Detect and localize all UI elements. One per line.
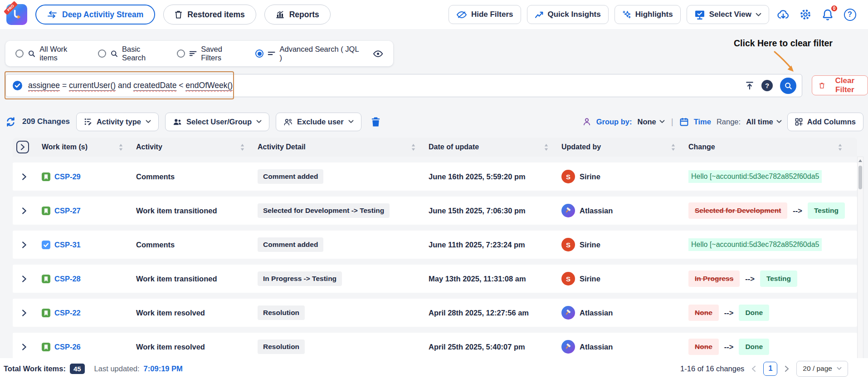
activity-type-dropdown[interactable]: Activity type <box>76 113 159 131</box>
mode-saved-filters[interactable]: Saved Filters <box>177 45 243 62</box>
cloud-download-button[interactable] <box>775 6 791 23</box>
change-to-badge: Done <box>739 339 769 355</box>
expand-all-cell <box>13 141 37 153</box>
mode-all-work-items[interactable]: All Work items <box>15 45 85 62</box>
change-cell: None-->Done <box>684 305 851 321</box>
preview-eye-icon[interactable] <box>373 50 383 58</box>
work-item-link[interactable]: CSP-26 <box>54 343 81 351</box>
column-header-work-item-s-[interactable]: Work item (s) <box>37 143 132 151</box>
quick-insights-button[interactable]: Quick Insights <box>527 5 609 24</box>
work-item-link[interactable]: CSP-28 <box>54 275 81 283</box>
table-body: 9CSP-29CommentsComment addedJune 16th 20… <box>13 157 857 359</box>
notifications-button[interactable]: 0 <box>819 6 836 23</box>
radio-unselected[interactable] <box>98 49 106 58</box>
page-number-button[interactable]: 1 <box>763 362 777 376</box>
expand-row-button[interactable]: 9 <box>20 342 29 352</box>
mode-advanced-search-jql[interactable]: Advanced Search ( JQL ) <box>255 45 360 62</box>
nav-reports[interactable]: Reports <box>264 5 331 25</box>
add-columns-button[interactable]: Add Columns <box>787 113 863 131</box>
help-button[interactable]: ? <box>842 6 858 23</box>
scrollbar-up-arrow-icon[interactable] <box>858 159 862 162</box>
change-count-badge: 18 <box>26 206 33 207</box>
delete-filters-trash-icon[interactable] <box>371 117 380 127</box>
trash-icon <box>175 10 182 19</box>
column-header-activity[interactable]: Activity <box>132 143 253 151</box>
activity-detail-badge: Resolution <box>258 340 305 354</box>
column-label: Date of update <box>429 143 479 151</box>
nav-deep-activity-stream[interactable]: Deep Activitiy Stream <box>35 5 155 25</box>
work-item-link[interactable]: CSP-22 <box>54 309 81 317</box>
work-item-link[interactable]: CSP-29 <box>54 172 81 181</box>
atlassian-avatar-icon <box>564 343 572 351</box>
nav-label: Deep Activitiy Stream <box>62 10 143 20</box>
work-item-link[interactable]: CSP-31 <box>54 241 81 249</box>
total-work-items-label: Total Work items: <box>4 364 66 373</box>
filter-lines-icon <box>189 50 197 57</box>
button-label: Quick Insights <box>548 10 601 19</box>
column-header-updated-by[interactable]: Updated by <box>557 143 684 151</box>
mode-basic-search[interactable]: Basic Search <box>98 45 164 62</box>
vertical-scrollbar[interactable] <box>857 157 863 359</box>
previous-page-button[interactable] <box>751 365 756 372</box>
avatar <box>561 306 575 320</box>
expand-all-button[interactable] <box>16 141 29 153</box>
line-chart-icon <box>535 10 544 19</box>
next-page-button[interactable] <box>785 365 789 372</box>
toolbar-left: 209 Changes Activity type Select User/Gr… <box>5 113 380 131</box>
refresh-icon[interactable] <box>5 117 16 127</box>
sort-icon[interactable] <box>671 143 676 151</box>
activity-detail-badge: In Progress -> Testing <box>258 271 342 286</box>
avatar: S <box>561 272 575 285</box>
nav-label: Restored items <box>187 10 244 20</box>
work-item-link[interactable]: CSP-27 <box>54 207 81 215</box>
activity-detail-badge: Comment added <box>258 169 323 184</box>
jql-input-bar[interactable]: assignee = currentUser() and createdDate… <box>5 74 802 97</box>
clear-filter-button[interactable]: Clear Filter <box>812 75 868 95</box>
scrollbar-thumb[interactable] <box>858 166 862 189</box>
jql-token: currentUser() <box>69 81 116 91</box>
select-user-group-dropdown[interactable]: Select User/Group <box>165 113 269 131</box>
settings-button[interactable] <box>797 6 814 23</box>
expand-row-button[interactable]: 12 <box>20 274 29 284</box>
select-view-button[interactable]: Select View <box>687 5 769 24</box>
sort-icon[interactable] <box>838 143 843 151</box>
highlights-button[interactable]: Highlights <box>614 5 681 24</box>
change-to-badge: Testing <box>760 271 797 287</box>
import-query-icon[interactable] <box>745 81 754 90</box>
chevron-down-icon <box>776 120 782 123</box>
table-row: 12CSP-28Work item transitionedIn Progres… <box>13 265 857 293</box>
sort-icon[interactable] <box>411 143 416 151</box>
radio-selected[interactable] <box>255 49 263 58</box>
group-by-value[interactable]: None <box>638 118 665 126</box>
jql-help-icon[interactable]: ? <box>761 80 773 91</box>
column-header-change[interactable]: Change <box>684 143 851 151</box>
change-comment-text: Hello [~accountid:5d3ec782a852f60da5 <box>688 238 822 251</box>
radio-unselected[interactable] <box>15 49 24 58</box>
mode-label: All Work items <box>39 45 85 62</box>
sort-icon[interactable] <box>118 143 123 151</box>
change-cell: None-->Done <box>684 339 851 355</box>
expand-row-button[interactable]: 4 <box>20 240 29 250</box>
hide-filters-button[interactable]: Hide Filters <box>449 5 521 24</box>
run-search-button[interactable] <box>780 78 796 94</box>
time-range-value[interactable]: All time <box>746 118 782 126</box>
app-logo[interactable]: PRO <box>6 4 27 25</box>
annotation-arrow <box>772 51 798 75</box>
sort-icon[interactable] <box>240 143 245 151</box>
expand-row-button[interactable]: 18 <box>20 206 29 216</box>
expand-row-button[interactable]: 9 <box>20 172 29 182</box>
exclude-user-dropdown[interactable]: Exclude user <box>276 113 361 131</box>
nav-restored-items[interactable]: Restored items <box>163 5 256 25</box>
date-of-update: June 15th 2025, 7:06:30 pm <box>429 207 526 215</box>
column-header-date-of-update[interactable]: Date of update <box>424 143 557 151</box>
toolbar-divider: | <box>670 117 674 127</box>
radio-unselected[interactable] <box>177 49 185 58</box>
page-size-select[interactable]: 20 / page <box>796 361 848 377</box>
expand-row-button[interactable]: 19 <box>20 308 29 318</box>
jql-query-text[interactable]: assignee = currentUser() and createdDate… <box>28 81 233 90</box>
column-header-activity-detail[interactable]: Activity Detail <box>253 143 424 151</box>
jql-token: createdDate <box>133 81 176 91</box>
last-updated-value: 7:09:19 PM <box>144 364 183 373</box>
activity-stream-logo-icon <box>11 9 23 20</box>
sort-icon[interactable] <box>544 143 549 151</box>
